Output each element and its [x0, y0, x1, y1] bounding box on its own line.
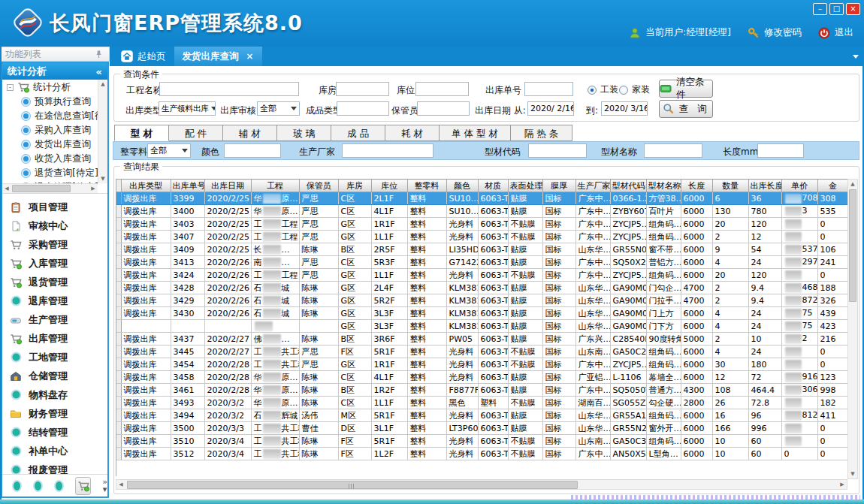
- menu-purchase-management[interactable]: 采购管理: [2, 235, 107, 254]
- menu-returns-management[interactable]: 退货管理: [2, 273, 107, 291]
- column-header[interactable]: 膜厚: [542, 180, 575, 192]
- table-row[interactable]: G区3L3F整料KLM38176063-T5贴膜国标山东华…GA90M09…门下…: [116, 320, 847, 333]
- collapse-icon[interactable]: «: [96, 66, 102, 77]
- column-header[interactable]: 长度: [681, 180, 712, 192]
- menu-scrap-management[interactable]: 报废管理: [2, 460, 107, 474]
- material-tab-single-profile[interactable]: 单 体 型 材: [440, 125, 511, 141]
- radio-gongzhuang[interactable]: 工装: [588, 83, 618, 96]
- keeper-input[interactable]: [417, 101, 470, 116]
- scroll-down-icon[interactable]: ▼: [98, 174, 107, 183]
- profile-code-input[interactable]: [528, 143, 587, 158]
- logout-button[interactable]: 退出: [818, 26, 853, 39]
- tab-shipment-outbound-query[interactable]: 发货出库查询×: [174, 47, 262, 66]
- footer-more-chevron[interactable]: »▾: [102, 478, 107, 493]
- table-row[interactable]: 调拨出库35122020/3/4工共工程陈琳F区1L2F整料光身料6063-T5…: [116, 448, 847, 460]
- column-header[interactable]: 型材代码: [610, 180, 646, 192]
- column-header[interactable]: 表面处理: [508, 180, 542, 192]
- tree-item-in-transit-info-query[interactable]: 在途信息查询[待: [2, 109, 98, 123]
- menu-inbound-management[interactable]: 入库管理: [2, 254, 107, 273]
- table-row[interactable]: 调拨出库34302020/2/26石城陈琳G区3L3F整料KLM38176063…: [116, 307, 847, 320]
- table-row[interactable]: 调拨出库34002020/2/25华原…严思C区4L1F整料SU10…6063-…: [116, 205, 847, 218]
- tree-item-return-goods-query[interactable]: 退货查询[待定]: [2, 166, 98, 180]
- table-row[interactable]: 调拨出库34452020/2/27工共工程严思F区5R1F整料光身料6063-T…: [116, 346, 847, 358]
- change-password-button[interactable]: 修改密码: [748, 26, 802, 39]
- scroll-down-icon[interactable]: ▼: [848, 469, 857, 478]
- tree-item-shipment-outbound-query[interactable]: 发货出库查询: [2, 137, 98, 152]
- menu-carryover-management[interactable]: 结转管理: [2, 423, 107, 442]
- column-header[interactable]: 颜色: [446, 180, 478, 192]
- scroll-up-icon[interactable]: ▲: [98, 80, 107, 89]
- footer-circle-icon-1[interactable]: [12, 480, 22, 492]
- footer-cart-button[interactable]: [75, 477, 91, 495]
- material-tab-fittings[interactable]: 配 件: [169, 125, 223, 141]
- menu-material-inventory[interactable]: 物料盘存: [2, 385, 107, 404]
- column-header[interactable]: 金: [817, 180, 847, 192]
- table-row[interactable]: 调拨出库35002020/3/3工共工程曹佳D区3L1F整料LT3P606063…: [116, 422, 847, 435]
- column-header[interactable]: 型材名称: [646, 180, 681, 192]
- project-name-input[interactable]: [159, 82, 299, 96]
- table-row[interactable]: 调拨出库34372020/2/27佛…陈琳B区3R6F整料PW056063-T5…: [116, 333, 847, 346]
- table-row[interactable]: 调拨出库33992020/2/25华原…严思C区2L1F整料SU10…6063-…: [116, 192, 847, 205]
- tree-vertical-scrollbar[interactable]: ▲ ▼: [98, 80, 107, 183]
- menu-stock-return-management[interactable]: 退库管理: [2, 291, 107, 310]
- material-tab-finished[interactable]: 成 品: [331, 125, 385, 141]
- column-header[interactable]: 数量: [712, 180, 748, 192]
- date-to-picker[interactable]: 2020/ 3/16: [601, 101, 648, 116]
- column-header[interactable]: 保管员: [299, 180, 338, 192]
- table-row[interactable]: 调拨出库34292020/2/26石城陈琳G区5R2F整料KLM38176063…: [116, 294, 847, 307]
- scroll-up-icon[interactable]: ▲: [848, 180, 857, 189]
- tree-root-stats[interactable]: - 统计分析: [2, 80, 98, 95]
- footer-circle-icon-3[interactable]: [54, 480, 64, 492]
- column-header[interactable]: 工程: [251, 180, 299, 192]
- footer-circle-icon-2[interactable]: [33, 480, 43, 492]
- tab-overflow-caret-icon[interactable]: [853, 55, 859, 59]
- tab-home[interactable]: 起始页: [113, 47, 174, 66]
- table-row[interactable]: 调拨出库34932020/3/2华原…陈琳C区1L1F整料黑色塑料不贴膜国标湖南…: [116, 397, 847, 409]
- tree-item-receipt-inbound-query[interactable]: 收货入库查询: [2, 152, 98, 166]
- manufacturer-input[interactable]: [342, 143, 434, 158]
- outbound-type-select[interactable]: 生产领料出库: [159, 101, 216, 116]
- tab-close-icon[interactable]: ×: [246, 51, 254, 62]
- column-header[interactable]: 生产厂家: [575, 180, 610, 192]
- column-header[interactable]: 库房: [338, 180, 371, 192]
- table-row[interactable]: 调拨出库34282020/2/26石城陈琳G区2L4F整料KLM38176063…: [116, 282, 847, 294]
- length-input[interactable]: [757, 143, 804, 158]
- table-row[interactable]: 调拨出库34032020/2/25工工程严思G区1R1F整料光身料6063-T5…: [116, 218, 847, 231]
- column-header[interactable]: 出库单号: [171, 180, 204, 192]
- tree-item-budget-execution-query[interactable]: 预算执行查询: [2, 95, 98, 109]
- profile-name-input[interactable]: [644, 143, 702, 158]
- scroll-left-icon[interactable]: ◀: [116, 480, 125, 489]
- search-button[interactable]: 查 询: [659, 100, 713, 118]
- column-header[interactable]: 出库类型: [121, 180, 171, 192]
- maximize-button[interactable]: □: [829, 3, 844, 15]
- product-type-input[interactable]: [337, 101, 389, 116]
- material-tab-consumables[interactable]: 耗 材: [385, 125, 440, 141]
- menu-project-management[interactable]: 项目管理: [2, 198, 107, 216]
- menu-warehouse-management[interactable]: 仓储管理: [2, 367, 107, 385]
- scroll-right-icon[interactable]: ▶: [838, 480, 847, 489]
- material-tab-glass[interactable]: 玻 璃: [277, 125, 331, 141]
- scroll-left-icon[interactable]: ◀: [2, 184, 11, 193]
- menu-supplement-center[interactable]: 补单中心: [2, 442, 107, 460]
- scroll-right-icon[interactable]: ▶: [89, 184, 98, 193]
- results-vertical-scrollbar[interactable]: ▲ ▼: [847, 179, 858, 479]
- minimize-button[interactable]: －: [813, 3, 827, 15]
- material-tab-profile[interactable]: 型 材: [114, 125, 169, 141]
- table-row[interactable]: 调拨出库34132020/2/26南…严思C区5R3F整料G714226063-…: [116, 256, 847, 269]
- menu-outbound-management[interactable]: 出库管理: [2, 329, 107, 348]
- material-tab-thermal-strip[interactable]: 隔 热 条: [511, 125, 572, 141]
- results-vscroll-thumb[interactable]: [849, 189, 856, 302]
- table-row[interactable]: 调拨出库34582020/2/28华原…陈琳C区4L1F整料光身料6063-T5…: [116, 371, 847, 384]
- color-input[interactable]: [224, 143, 281, 158]
- table-row[interactable]: 调拨出库34242020/2/26工工程严思G区1L1F整料光身料6063-T5…: [116, 269, 847, 282]
- column-header[interactable]: 材质: [478, 180, 508, 192]
- table-row[interactable]: 调拨出库34542020/2/28工共工程严思G区1R1F整料光身料6063-T…: [116, 358, 847, 371]
- tree-item-purchase-inbound-query[interactable]: 采购入库查询: [2, 123, 98, 137]
- results-hscroll-thumb[interactable]: [127, 481, 578, 489]
- material-tab-auxiliary[interactable]: 辅 材: [223, 125, 277, 141]
- table-row[interactable]: 调拨出库34092020/2/25长…陈琳B区2R5F整料LI35HD6063-…: [116, 243, 847, 256]
- warehouse-input[interactable]: [336, 82, 389, 96]
- menu-finance-management[interactable]: 财务管理: [2, 404, 107, 423]
- stats-group-header[interactable]: 统计分析 «: [2, 63, 107, 80]
- menu-audit-center[interactable]: 审核中心: [2, 216, 107, 235]
